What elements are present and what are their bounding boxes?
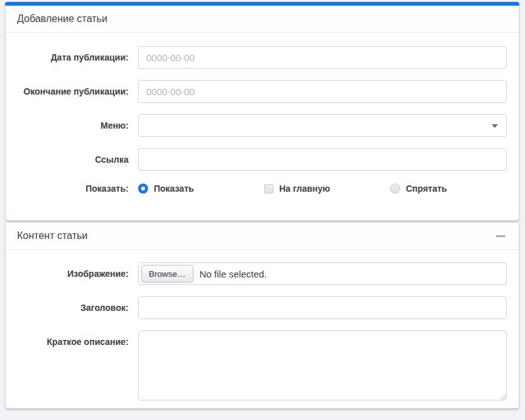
heading-row: Заголовок: bbox=[18, 296, 507, 319]
chevron-down-icon bbox=[492, 124, 498, 128]
collapse-section-button[interactable] bbox=[493, 229, 507, 243]
link-row: Ссылка bbox=[18, 148, 507, 171]
minus-icon bbox=[496, 235, 505, 237]
radio-checked-icon[interactable] bbox=[138, 184, 148, 194]
checkbox-unchecked-icon[interactable] bbox=[264, 184, 274, 194]
visibility-options: Показать На главную Спрятать bbox=[138, 184, 516, 194]
option-to-main-label: На главную bbox=[279, 184, 330, 194]
article-content-panel-header: Контент статьи bbox=[6, 223, 519, 250]
menu-row: Меню: bbox=[18, 114, 507, 137]
pub-date-row: Дата публикации: bbox=[18, 46, 507, 69]
article-content-form: Изображение: Browse… No file selected. З… bbox=[6, 250, 519, 400]
pub-end-label: Окончание публикации: bbox=[18, 86, 138, 97]
heading-label: Заголовок: bbox=[18, 303, 138, 313]
short-description-label: Краткое описание: bbox=[18, 330, 138, 347]
menu-label: Меню: bbox=[18, 120, 138, 131]
add-article-panel: Добавление статьи Дата публикации: Оконч… bbox=[5, 2, 519, 221]
short-description-textarea[interactable] bbox=[138, 330, 507, 400]
image-label: Изображение: bbox=[18, 269, 138, 279]
pub-date-label: Дата публикации: bbox=[18, 52, 138, 63]
image-file-input[interactable]: Browse… No file selected. bbox=[138, 262, 507, 285]
article-content-panel: Контент статьи Изображение: Browse… No f… bbox=[5, 222, 519, 409]
heading-input[interactable] bbox=[138, 296, 507, 319]
menu-select[interactable] bbox=[138, 114, 507, 137]
option-hide[interactable]: Спрятать bbox=[390, 184, 516, 194]
radio-unchecked-icon[interactable] bbox=[390, 184, 400, 194]
file-status-text: No file selected. bbox=[200, 269, 267, 279]
link-label: Ссылка bbox=[18, 155, 138, 165]
pub-end-input[interactable] bbox=[138, 80, 507, 103]
option-to-main[interactable]: На главную bbox=[264, 184, 390, 194]
browse-button[interactable]: Browse… bbox=[141, 265, 193, 283]
add-article-panel-header: Добавление статьи bbox=[6, 6, 519, 33]
short-description-row: Краткое описание: bbox=[18, 330, 507, 400]
image-row: Изображение: Browse… No file selected. bbox=[18, 262, 507, 285]
visibility-label: Показать: bbox=[18, 184, 138, 194]
page-title: Добавление статьи bbox=[17, 13, 107, 25]
visibility-row: Показать: Показать На главную Спрятать bbox=[18, 184, 507, 194]
pub-date-input[interactable] bbox=[138, 46, 507, 69]
option-show-label: Показать bbox=[154, 184, 194, 194]
pub-end-row: Окончание публикации: bbox=[18, 80, 507, 103]
section-title: Контент статьи bbox=[17, 230, 88, 242]
link-input[interactable] bbox=[138, 148, 507, 171]
option-show[interactable]: Показать bbox=[138, 184, 264, 194]
short-description-wrap bbox=[138, 330, 507, 400]
add-article-form: Дата публикации: Окончание публикации: М… bbox=[6, 33, 519, 194]
option-hide-label: Спрятать bbox=[406, 184, 447, 194]
